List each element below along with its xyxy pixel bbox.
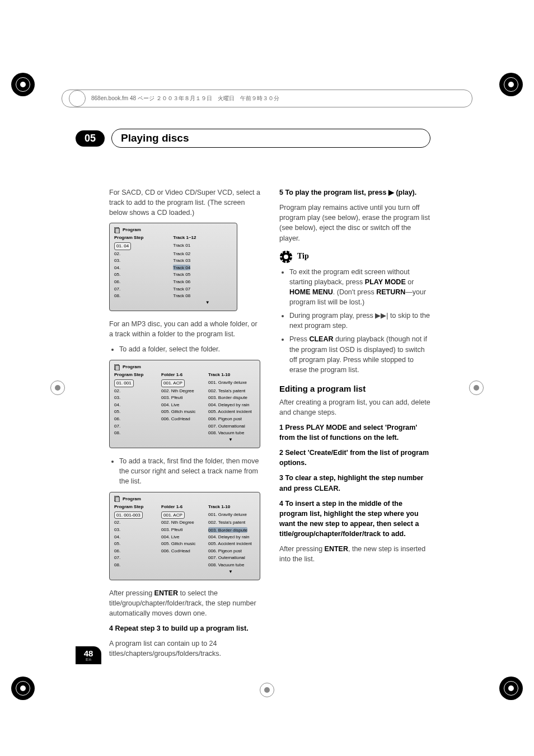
col-header: Folder 1-6 (161, 372, 208, 378)
chapter-title: Playing discs (111, 129, 430, 148)
cell: 07. (114, 555, 161, 562)
cell: 07. (114, 422, 161, 430)
program-screen-mp3-track: Program Program Step Folder 1-6 Track 1-… (109, 492, 260, 580)
program-icon (114, 496, 120, 502)
tip-item-clear: Press CLEAR during playback (though not … (289, 334, 430, 375)
cell: 01. 001 (114, 379, 134, 387)
registration-mark-icon (11, 677, 35, 700)
home-menu-key: HOME MENU (289, 288, 333, 296)
return-key: RETURN (376, 288, 405, 296)
registration-mark-icon (499, 677, 523, 700)
cell: Track 07 (173, 285, 232, 293)
cell: 002. Tesla's patent (208, 387, 255, 395)
cell: 002. Nth Degree (161, 387, 208, 395)
editing-intro: After creating a program list, you can a… (279, 397, 430, 417)
play-mode-key: PLAY MODE (365, 278, 406, 286)
step-5-body: Program play remains active until you tu… (279, 203, 430, 243)
cell: 03. (114, 257, 173, 265)
box-title: Program (123, 364, 141, 370)
cell: 001. ACP (161, 511, 185, 519)
col-header: Program Step (114, 504, 161, 510)
tip-item-exit: To exit the program edit screen without … (289, 267, 430, 308)
program-icon (114, 364, 120, 370)
cell: 005. Glitch music (161, 408, 208, 416)
t: . (Don't press (333, 288, 376, 296)
cell: 008. Vacuum tube (208, 562, 255, 569)
cell: 08. (114, 293, 173, 300)
step-4-body: A program list can contain up to 24 titl… (109, 638, 260, 659)
enter-key: ENTER (154, 589, 178, 597)
cell: 004. Delayed by rain (208, 401, 255, 408)
cell (161, 562, 208, 569)
cell: Track 01 (173, 242, 232, 251)
scroll-down-icon: ▼ (114, 569, 255, 575)
cell: 04. (114, 264, 173, 271)
box-title: Program (123, 496, 141, 503)
col-header: Track 1~12 (173, 234, 232, 241)
cell-highlight: Track 04 (173, 265, 190, 270)
cell: 007. Outernational (208, 555, 255, 562)
mp3-text: For an MP3 disc, you can add a whole fol… (109, 319, 260, 339)
edit-step-3: 3 To clear a step, highlight the step nu… (279, 473, 430, 493)
svg-rect-11 (290, 256, 292, 257)
tip-header: Tip (279, 250, 430, 264)
tip-item-skip: During program play, press ▶▶| to skip t… (289, 311, 430, 331)
bullet-add-folder: To add a folder, select the folder. (119, 344, 260, 354)
cell: 003. Pfeuti (161, 527, 208, 534)
registration-mark-icon (11, 73, 35, 96)
tip-gear-icon (279, 250, 293, 264)
cell: 006. CodHead (161, 415, 208, 422)
bullet-add-track: To add a track, first find the folder, t… (119, 456, 260, 486)
t: After pressing (279, 545, 325, 553)
cell: Track 05 (173, 271, 232, 279)
cell: 01. 04 (114, 242, 131, 250)
page-number: 48 En (76, 646, 101, 664)
step-4-heading: 4 Repeat step 3 to build up a program li… (109, 623, 260, 633)
t: After pressing (109, 589, 154, 597)
cell: 06. (114, 279, 173, 286)
cell: 02. (114, 519, 161, 527)
t: Press (289, 335, 309, 343)
svg-rect-8 (285, 251, 287, 253)
svg-rect-5 (115, 497, 119, 502)
tip-label: Tip (297, 251, 309, 262)
cell (161, 555, 208, 562)
program-screen-mp3-folder: Program Program Step Folder 1-6 Track 1-… (109, 360, 260, 448)
registration-small-icon (469, 381, 484, 395)
edit-step-4: 4 To insert a step in the middle of the … (279, 499, 430, 539)
cell: 005. Accident incident (208, 408, 255, 416)
t: or (406, 278, 414, 286)
cell-highlight: 001. ACP (161, 379, 185, 387)
cell: 008. Vacuum tube (208, 430, 255, 437)
cell: 004. Live (161, 401, 208, 408)
editing-heading: Editing a program list (279, 383, 430, 395)
cell: 001. Gravity deluxe (208, 379, 255, 387)
cell: 004. Live (161, 533, 208, 541)
svg-rect-3 (115, 365, 119, 370)
cell: 06. (114, 547, 161, 555)
edit-step-1: 1 Press PLAY MODE and select 'Program' f… (279, 422, 430, 443)
svg-point-7 (284, 255, 288, 259)
cell-highlight: 003. Border dispute (208, 527, 247, 533)
chapter-number: 05 (76, 130, 105, 147)
svg-rect-1 (115, 228, 119, 233)
box-title: Program (123, 227, 141, 233)
cell: 04. (114, 533, 161, 541)
registration-small-icon (50, 381, 65, 395)
cell: 08. (114, 562, 161, 569)
scroll-down-icon: ▼ (114, 436, 255, 443)
cell: 02. (114, 250, 173, 257)
cell: 07. (114, 285, 173, 293)
chapter-header: 05 Playing discs (76, 129, 430, 148)
intro-text: For SACD, CD or Video CD/Super VCD, sele… (109, 187, 260, 218)
cell: 03. (114, 395, 161, 402)
program-screen-cd: Program Program Step Track 1~12 01. 04Tr… (109, 223, 237, 311)
cell: 002. Nth Degree (161, 519, 208, 527)
col-header: Folder 1-6 (161, 504, 208, 510)
svg-rect-10 (280, 256, 282, 257)
cell: 002. Tesla's patent (208, 519, 255, 527)
scroll-down-icon: ▼ (114, 299, 232, 306)
cell (161, 422, 208, 430)
cell: 05. (114, 541, 161, 548)
cell: 006. Pigeon post (208, 547, 255, 555)
